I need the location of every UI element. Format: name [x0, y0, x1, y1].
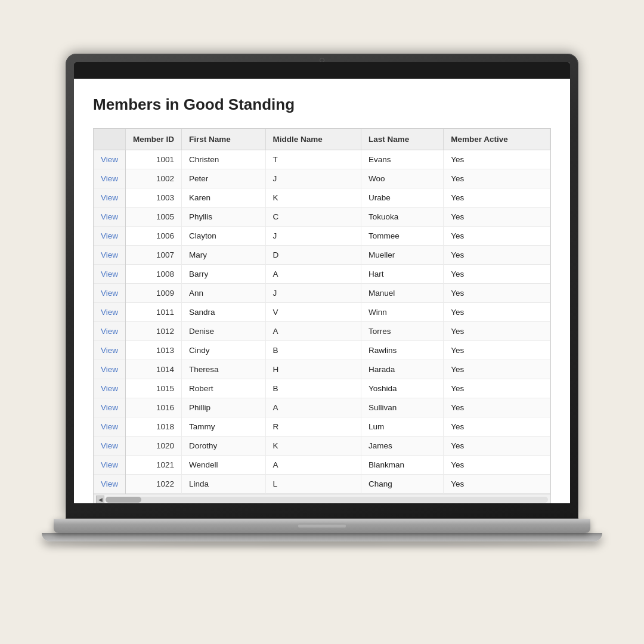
view-link-cell[interactable]: View: [94, 322, 126, 341]
scroll-left-arrow[interactable]: ◀: [96, 496, 104, 504]
first-name-cell: Denise: [182, 322, 265, 341]
member-active-cell: Yes: [444, 360, 550, 379]
view-link-cell[interactable]: View: [94, 436, 126, 456]
middle-name-cell: D: [265, 246, 361, 265]
middle-name-cell: B: [265, 341, 361, 360]
first-name-cell: Phyllis: [182, 208, 265, 227]
view-link[interactable]: View: [101, 270, 118, 278]
first-name-cell: Christen: [182, 150, 265, 169]
view-link-cell[interactable]: View: [94, 417, 126, 436]
member-id-cell: 1014: [126, 360, 182, 379]
view-link[interactable]: View: [101, 193, 118, 202]
member-active-cell: Yes: [444, 188, 550, 208]
first-name-cell: Cindy: [182, 341, 265, 360]
table-row: View1011SandraVWinnYes: [94, 303, 550, 322]
view-link-cell[interactable]: View: [94, 208, 126, 227]
member-id-cell: 1011: [126, 303, 182, 322]
view-link[interactable]: View: [101, 174, 118, 183]
last-name-cell: Chang: [361, 475, 444, 494]
last-name-cell: Tommee: [361, 227, 444, 246]
member-active-cell: Yes: [444, 475, 550, 494]
scrollbar-track: [106, 497, 548, 503]
view-link[interactable]: View: [101, 231, 118, 240]
view-link-cell[interactable]: View: [94, 360, 126, 379]
view-link[interactable]: View: [101, 327, 118, 336]
view-link[interactable]: View: [101, 250, 118, 259]
member-active-cell: Yes: [444, 265, 550, 284]
col-header-last-name: Last Name: [361, 129, 444, 150]
table-row: View1016PhillipASullivanYes: [94, 398, 550, 417]
view-link-cell[interactable]: View: [94, 284, 126, 303]
view-link[interactable]: View: [101, 365, 118, 374]
col-header-member-active: Member Active: [444, 129, 550, 150]
middle-name-cell: R: [265, 417, 361, 436]
view-link[interactable]: View: [101, 403, 118, 412]
view-link-cell[interactable]: View: [94, 169, 126, 188]
member-id-cell: 1008: [126, 265, 182, 284]
horizontal-scrollbar[interactable]: ◀: [94, 494, 550, 503]
laptop-base: [54, 519, 590, 533]
table-row: View1013CindyBRawlinsYes: [94, 341, 550, 360]
col-header-action: [94, 129, 126, 150]
view-link[interactable]: View: [101, 422, 118, 431]
view-link-cell[interactable]: View: [94, 341, 126, 360]
last-name-cell: Urabe: [361, 188, 444, 208]
last-name-cell: Blankman: [361, 456, 444, 475]
first-name-cell: Ann: [182, 284, 265, 303]
member-active-cell: Yes: [444, 436, 550, 456]
laptop-foot: [42, 533, 602, 541]
view-link-cell[interactable]: View: [94, 398, 126, 417]
last-name-cell: James: [361, 436, 444, 456]
view-link-cell[interactable]: View: [94, 456, 126, 475]
scrollbar-thumb[interactable]: [106, 497, 141, 503]
view-link-cell[interactable]: View: [94, 379, 126, 398]
last-name-cell: Woo: [361, 169, 444, 188]
last-name-cell: Winn: [361, 303, 444, 322]
table-row: View1012DeniseATorresYes: [94, 322, 550, 341]
view-link[interactable]: View: [101, 308, 118, 317]
table-row: View1002PeterJWooYes: [94, 169, 550, 188]
view-link-cell[interactable]: View: [94, 265, 126, 284]
view-link[interactable]: View: [101, 155, 118, 164]
col-header-middle-name: Middle Name: [265, 129, 361, 150]
view-link-cell[interactable]: View: [94, 227, 126, 246]
middle-name-cell: T: [265, 150, 361, 169]
laptop-screen: Members in Good Standing Member ID First…: [74, 62, 570, 503]
view-link[interactable]: View: [101, 346, 118, 355]
table-row: View1021WendellABlankmanYes: [94, 456, 550, 475]
member-id-cell: 1018: [126, 417, 182, 436]
table-row: View1018TammyRLumYes: [94, 417, 550, 436]
view-link-cell[interactable]: View: [94, 150, 126, 169]
view-link-cell[interactable]: View: [94, 303, 126, 322]
view-link-cell[interactable]: View: [94, 188, 126, 208]
screen-topbar: [74, 62, 570, 79]
last-name-cell: Evans: [361, 150, 444, 169]
view-link[interactable]: View: [101, 441, 118, 450]
member-active-cell: Yes: [444, 208, 550, 227]
middle-name-cell: A: [265, 456, 361, 475]
view-link-cell[interactable]: View: [94, 475, 126, 494]
members-table-container: Member ID First Name Middle Name Last Na…: [93, 128, 551, 503]
member-id-cell: 1021: [126, 456, 182, 475]
member-active-cell: Yes: [444, 284, 550, 303]
middle-name-cell: A: [265, 322, 361, 341]
table-row: View1001ChristenTEvansYes: [94, 150, 550, 169]
first-name-cell: Clayton: [182, 227, 265, 246]
view-link-cell[interactable]: View: [94, 246, 126, 265]
member-active-cell: Yes: [444, 303, 550, 322]
middle-name-cell: A: [265, 265, 361, 284]
middle-name-cell: L: [265, 475, 361, 494]
middle-name-cell: J: [265, 169, 361, 188]
member-active-cell: Yes: [444, 322, 550, 341]
view-link[interactable]: View: [101, 479, 118, 488]
first-name-cell: Peter: [182, 169, 265, 188]
middle-name-cell: A: [265, 398, 361, 417]
view-link[interactable]: View: [101, 212, 118, 221]
view-link[interactable]: View: [101, 460, 118, 469]
first-name-cell: Linda: [182, 475, 265, 494]
view-link[interactable]: View: [101, 289, 118, 298]
middle-name-cell: H: [265, 360, 361, 379]
first-name-cell: Karen: [182, 188, 265, 208]
view-link[interactable]: View: [101, 384, 118, 393]
page-content: Members in Good Standing Member ID First…: [74, 79, 570, 503]
